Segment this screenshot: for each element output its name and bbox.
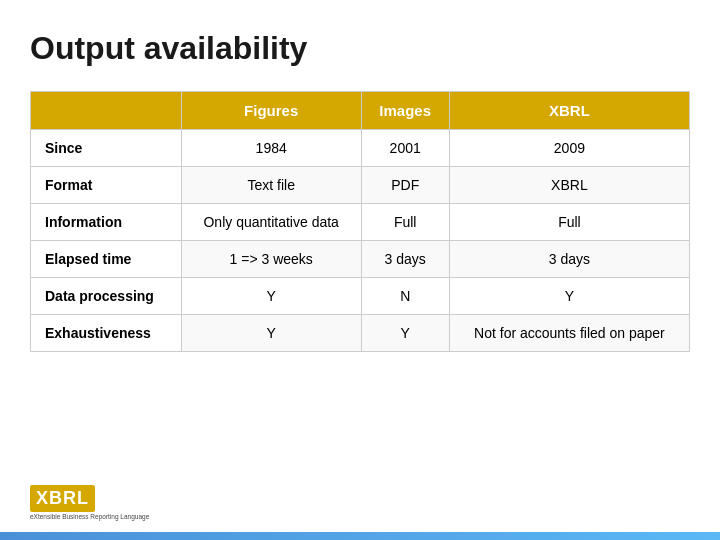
row-cell: 2001 — [361, 130, 449, 167]
page-title: Output availability — [30, 30, 690, 67]
row-cell: XBRL — [449, 167, 689, 204]
row-cell: Y — [181, 278, 361, 315]
row-label: Data processing — [31, 278, 182, 315]
row-cell: 2009 — [449, 130, 689, 167]
table-row: InformationOnly quantitative dataFullFul… — [31, 204, 690, 241]
row-cell: 3 days — [449, 241, 689, 278]
row-cell: Not for accounts filed on paper — [449, 315, 689, 352]
col-header-figures: Figures — [181, 92, 361, 130]
table-row: Data processingYNY — [31, 278, 690, 315]
row-label: Elapsed time — [31, 241, 182, 278]
page-container: Output availability Figures Images XBRL … — [0, 0, 720, 540]
xbrl-logo-text: XBRL — [30, 485, 95, 512]
row-cell: 3 days — [361, 241, 449, 278]
row-cell: Text file — [181, 167, 361, 204]
row-label: Exhaustiveness — [31, 315, 182, 352]
row-cell: Y — [361, 315, 449, 352]
row-cell: Y — [181, 315, 361, 352]
table-row: Elapsed time1 => 3 weeks3 days3 days — [31, 241, 690, 278]
table-row: FormatText filePDFXBRL — [31, 167, 690, 204]
availability-table: Figures Images XBRL Since198420012009For… — [30, 91, 690, 352]
table-row: Since198420012009 — [31, 130, 690, 167]
col-header-images: Images — [361, 92, 449, 130]
row-label: Format — [31, 167, 182, 204]
row-label: Since — [31, 130, 182, 167]
row-cell: N — [361, 278, 449, 315]
col-header-label — [31, 92, 182, 130]
row-cell: Full — [449, 204, 689, 241]
xbrl-tagline: eXtensible Business Reporting Language — [30, 513, 149, 520]
bottom-bar — [0, 532, 720, 540]
col-header-xbrl: XBRL — [449, 92, 689, 130]
row-cell: 1984 — [181, 130, 361, 167]
row-label: Information — [31, 204, 182, 241]
row-cell: Y — [449, 278, 689, 315]
table-row: ExhaustivenessYYNot for accounts filed o… — [31, 315, 690, 352]
row-cell: Only quantitative data — [181, 204, 361, 241]
row-cell: PDF — [361, 167, 449, 204]
xbrl-logo: XBRL eXtensible Business Reporting Langu… — [30, 485, 149, 520]
row-cell: 1 => 3 weeks — [181, 241, 361, 278]
row-cell: Full — [361, 204, 449, 241]
